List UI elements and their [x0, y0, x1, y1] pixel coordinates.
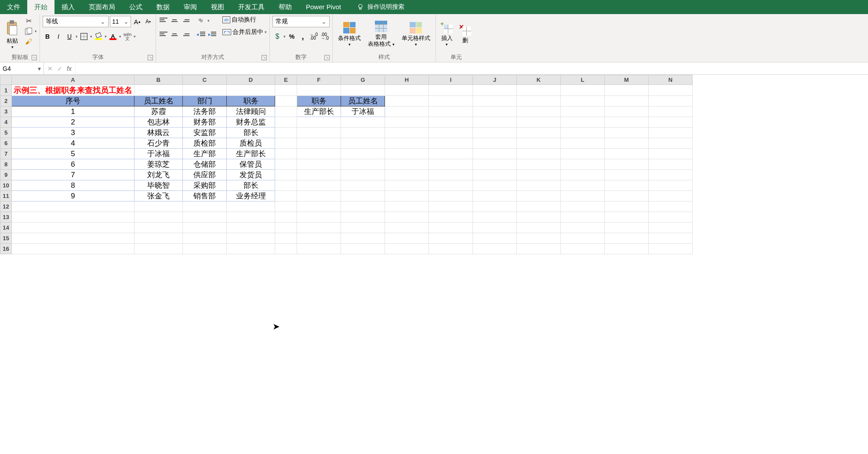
cell-I1[interactable]: [429, 85, 473, 96]
cell-J10[interactable]: [473, 180, 517, 191]
row-header-10[interactable]: 10: [0, 180, 12, 191]
row-header-2[interactable]: 2: [0, 96, 12, 106]
cell-D1[interactable]: [227, 85, 275, 96]
cell-B8[interactable]: 姜琼芝: [134, 159, 183, 170]
cell-A10[interactable]: 8: [12, 180, 134, 191]
cell-F11[interactable]: [297, 191, 341, 201]
cell-E1[interactable]: [275, 85, 297, 96]
cell-L11[interactable]: [561, 191, 605, 201]
cell-L16[interactable]: [561, 244, 605, 254]
cell-N7[interactable]: [649, 149, 693, 159]
cell-K12[interactable]: [517, 201, 561, 212]
align-center-button[interactable]: [170, 30, 179, 40]
cell-E15[interactable]: [275, 233, 297, 244]
cancel-formula-button[interactable]: ✕: [47, 65, 53, 72]
row-header-15[interactable]: 15: [0, 233, 12, 244]
cut-button[interactable]: ✂: [24, 16, 33, 26]
cell-L6[interactable]: [561, 138, 605, 149]
cell-G3[interactable]: 于冰福: [341, 106, 385, 117]
delete-cells-button[interactable]: ✕ 删: [457, 16, 474, 52]
cell-K10[interactable]: [517, 180, 561, 191]
cell-E16[interactable]: [275, 244, 297, 254]
column-header-J[interactable]: J: [473, 75, 517, 85]
cell-L3[interactable]: [561, 106, 605, 117]
cell-D15[interactable]: [227, 233, 275, 244]
row-header-14[interactable]: 14: [0, 223, 12, 233]
column-header-C[interactable]: C: [183, 75, 227, 85]
cell-L2[interactable]: [561, 96, 605, 106]
cell-F8[interactable]: [297, 159, 341, 170]
cell-I5[interactable]: [429, 128, 473, 138]
dialog-launcher-icon[interactable]: ↘: [324, 55, 330, 60]
cell-N5[interactable]: [649, 128, 693, 138]
cell-H12[interactable]: [385, 201, 429, 212]
cell-B10[interactable]: 毕晓智: [134, 180, 183, 191]
cell-K9[interactable]: [517, 170, 561, 180]
increase-font-button[interactable]: A▴: [132, 17, 142, 26]
row-header-11[interactable]: 11: [0, 191, 12, 201]
align-top-button[interactable]: [159, 16, 168, 26]
cell-I6[interactable]: [429, 138, 473, 149]
cell-L10[interactable]: [561, 180, 605, 191]
cell-F10[interactable]: [297, 180, 341, 191]
decrease-indent-button[interactable]: [196, 30, 206, 40]
row-header-9[interactable]: 9: [0, 170, 12, 180]
cell-G4[interactable]: [341, 117, 385, 128]
cell-A11[interactable]: 9: [12, 191, 134, 201]
cell-D7[interactable]: 生产部长: [227, 149, 275, 159]
cell-I12[interactable]: [429, 201, 473, 212]
cell-C12[interactable]: [183, 201, 227, 212]
dropdown-icon[interactable]: ▾: [35, 29, 37, 33]
cell-K3[interactable]: [517, 106, 561, 117]
enter-formula-button[interactable]: ✓: [57, 65, 62, 72]
cell-C14[interactable]: [183, 223, 227, 233]
cell-L9[interactable]: [561, 170, 605, 180]
cell-N1[interactable]: [649, 85, 693, 96]
column-header-A[interactable]: A: [12, 75, 134, 85]
cell-E6[interactable]: [275, 138, 297, 149]
cell-M11[interactable]: [605, 191, 649, 201]
cell-J8[interactable]: [473, 159, 517, 170]
cell-N16[interactable]: [649, 244, 693, 254]
cell-M14[interactable]: [605, 223, 649, 233]
cell-L5[interactable]: [561, 128, 605, 138]
underline-button[interactable]: U: [65, 32, 74, 41]
dialog-launcher-icon[interactable]: ↘: [32, 55, 37, 60]
cell-A5[interactable]: 3: [12, 128, 134, 138]
cell-E12[interactable]: [275, 201, 297, 212]
tab-review[interactable]: 审阅: [177, 0, 204, 14]
cell-N14[interactable]: [649, 223, 693, 233]
cell-K6[interactable]: [517, 138, 561, 149]
cell-C8[interactable]: 仓储部: [183, 159, 227, 170]
cell-I3[interactable]: [429, 106, 473, 117]
cell-D12[interactable]: [227, 201, 275, 212]
cell-N12[interactable]: [649, 201, 693, 212]
cell-M3[interactable]: [605, 106, 649, 117]
tab-file[interactable]: 文件: [0, 0, 27, 14]
conditional-formatting-button[interactable]: 条件格式 ▾: [335, 16, 363, 52]
cell-B11[interactable]: 张金飞: [134, 191, 183, 201]
cell-N10[interactable]: [649, 180, 693, 191]
cell-G1[interactable]: [341, 85, 385, 96]
column-header-B[interactable]: B: [134, 75, 183, 85]
cell-E4[interactable]: [275, 117, 297, 128]
cell-I11[interactable]: [429, 191, 473, 201]
cell-D3[interactable]: 法律顾问: [227, 106, 275, 117]
cell-M10[interactable]: [605, 180, 649, 191]
cell-I2[interactable]: [429, 96, 473, 106]
cell-J13[interactable]: [473, 212, 517, 223]
font-color-button[interactable]: A: [108, 32, 118, 41]
row-header-8[interactable]: 8: [0, 159, 12, 170]
cell-C6[interactable]: 质检部: [183, 138, 227, 149]
cell-G9[interactable]: [341, 170, 385, 180]
cell-I9[interactable]: [429, 170, 473, 180]
column-header-E[interactable]: E: [275, 75, 297, 85]
cell-M9[interactable]: [605, 170, 649, 180]
cell-K2[interactable]: [517, 96, 561, 106]
cell-G13[interactable]: [341, 212, 385, 223]
font-size-combo[interactable]: 11⌄: [110, 16, 131, 27]
cell-G15[interactable]: [341, 233, 385, 244]
cell-B9[interactable]: 刘龙飞: [134, 170, 183, 180]
cell-H2[interactable]: [385, 96, 429, 106]
cell-B4[interactable]: 包志林: [134, 117, 183, 128]
